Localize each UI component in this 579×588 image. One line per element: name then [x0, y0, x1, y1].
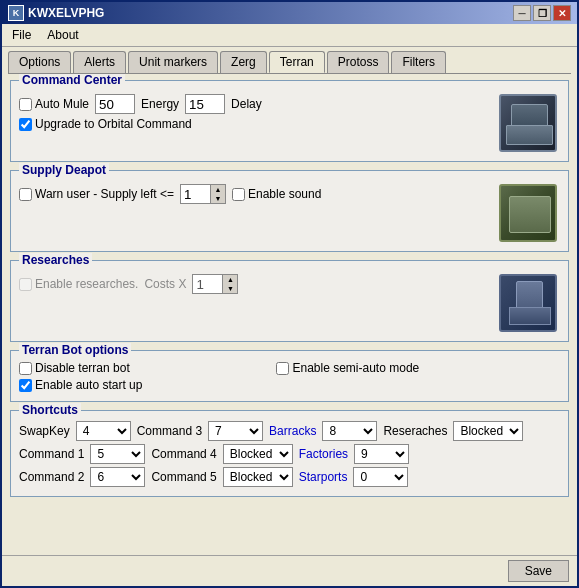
command3-select[interactable]: 7012345689Blocked — [208, 421, 263, 441]
command-center-icon — [499, 94, 557, 152]
researches-row: Enable researches. Costs X ▲ ▼ — [19, 274, 490, 294]
barracks-select[interactable]: 8012345679Blocked — [322, 421, 377, 441]
command-center-body: Auto Mule Energy Delay Upgrade to Orbita… — [19, 91, 560, 155]
menu-about[interactable]: About — [41, 26, 84, 44]
supply-spinner-buttons: ▲ ▼ — [210, 184, 226, 204]
sound-checkbox-label[interactable]: Enable sound — [232, 187, 321, 201]
tab-alerts[interactable]: Alerts — [73, 51, 126, 73]
enable-researches-label[interactable]: Enable researches. — [19, 277, 138, 291]
factories-label: Factories — [299, 447, 348, 461]
factories-select[interactable]: 9012345678Blocked — [354, 444, 409, 464]
main-window: K KWXELVPHG ─ ❐ ✕ File About Options Ale… — [0, 0, 579, 588]
starports-label: Starports — [299, 470, 348, 484]
energy-value-input[interactable] — [95, 94, 135, 114]
costs-value-input[interactable] — [192, 274, 222, 294]
shortcuts-row3: Command 2 6012345789Blocked Command 5 Bl… — [19, 467, 560, 487]
minimize-button[interactable]: ─ — [513, 5, 531, 21]
supply-spinner[interactable]: ▲ ▼ — [180, 184, 226, 204]
researches-body: Enable researches. Costs X ▲ ▼ — [19, 271, 560, 335]
tab-unit-markers[interactable]: Unit markers — [128, 51, 218, 73]
tab-protoss[interactable]: Protoss — [327, 51, 390, 73]
barracks-label: Barracks — [269, 424, 316, 438]
command-center-title: Command Center — [19, 74, 125, 87]
warn-checkbox[interactable] — [19, 188, 32, 201]
section-bot-options: Terran Bot options Disable terran bot En… — [10, 350, 569, 402]
window-title: KWXELVPHG — [28, 6, 104, 20]
section-supply-depot: Supply Deapot Warn user - Supply left <= — [10, 170, 569, 252]
delay-value-input[interactable] — [185, 94, 225, 114]
reseraches-label: Reseraches — [383, 424, 447, 438]
semi-auto-label[interactable]: Enable semi-auto mode — [276, 361, 419, 375]
upgrade-row: Upgrade to Orbital Command — [19, 117, 490, 131]
supply-spinner-up[interactable]: ▲ — [211, 185, 225, 194]
auto-start-label[interactable]: Enable auto start up — [19, 378, 142, 392]
command4-label: Command 4 — [151, 447, 216, 461]
supply-depot-image — [496, 181, 560, 245]
command4-select[interactable]: Blocked0123456789 — [223, 444, 293, 464]
disable-bot-label[interactable]: Disable terran bot — [19, 361, 130, 375]
tab-zerg[interactable]: Zerg — [220, 51, 267, 73]
enable-researches-checkbox[interactable] — [19, 278, 32, 291]
warn-label: Warn user - Supply left <= — [35, 187, 174, 201]
costs-spinner[interactable]: ▲ ▼ — [192, 274, 238, 294]
titlebar-title: K KWXELVPHG — [8, 5, 104, 21]
semi-auto-checkbox[interactable] — [276, 362, 289, 375]
auto-mule-checkbox[interactable] — [19, 98, 32, 111]
reseraches-select[interactable]: Blocked0123456789 — [453, 421, 523, 441]
menu-file[interactable]: File — [6, 26, 37, 44]
supply-depot-fields: Warn user - Supply left <= ▲ ▼ — [19, 181, 490, 245]
supply-depot-content: Warn user - Supply left <= ▲ ▼ — [19, 181, 560, 245]
command-center-image — [496, 91, 560, 155]
titlebar: K KWXELVPHG ─ ❐ ✕ — [2, 2, 577, 24]
upgrade-checkbox-label[interactable]: Upgrade to Orbital Command — [19, 117, 192, 131]
auto-mule-label: Auto Mule — [35, 97, 89, 111]
command-center-fields: Auto Mule Energy Delay Upgrade to Orbita… — [19, 91, 490, 155]
menubar: File About — [2, 24, 577, 47]
supply-value-input[interactable] — [180, 184, 210, 204]
footer: Save — [2, 555, 577, 586]
command5-label: Command 5 — [151, 470, 216, 484]
auto-mule-row: Auto Mule Energy Delay — [19, 94, 490, 114]
supply-depot-title: Supply Deapot — [19, 163, 109, 177]
close-button[interactable]: ✕ — [553, 5, 571, 21]
sound-checkbox[interactable] — [232, 188, 245, 201]
researches-image — [496, 271, 560, 335]
command1-label: Command 1 — [19, 447, 84, 461]
researches-title: Researches — [19, 253, 92, 267]
swapkey-select[interactable]: 4012356789Blocked — [76, 421, 131, 441]
command-center-content: Auto Mule Energy Delay Upgrade to Orbita… — [19, 91, 560, 155]
bot-row1: Disable terran bot Enable semi-auto mode — [19, 361, 560, 375]
section-researches: Researches Enable researches. Costs X — [10, 260, 569, 342]
restore-button[interactable]: ❐ — [533, 5, 551, 21]
auto-mule-checkbox-label[interactable]: Auto Mule — [19, 97, 89, 111]
starports-select[interactable]: 0123456789Blocked — [353, 467, 408, 487]
tab-options[interactable]: Options — [8, 51, 71, 73]
auto-start-checkbox[interactable] — [19, 379, 32, 392]
delay-label: Delay — [231, 97, 262, 111]
supply-spinner-down[interactable]: ▼ — [211, 194, 225, 203]
shortcuts-row1: SwapKey 4012356789Blocked Command 3 7012… — [19, 421, 560, 441]
researches-content: Enable researches. Costs X ▲ ▼ — [19, 271, 560, 335]
costs-spinner-down[interactable]: ▼ — [223, 284, 237, 293]
sound-label: Enable sound — [248, 187, 321, 201]
disable-bot-text: Disable terran bot — [35, 361, 130, 375]
disable-bot-checkbox[interactable] — [19, 362, 32, 375]
warn-checkbox-label[interactable]: Warn user - Supply left <= — [19, 187, 174, 201]
section-shortcuts: Shortcuts SwapKey 4012356789Blocked Comm… — [10, 410, 569, 497]
energy-label: Energy — [141, 97, 179, 111]
supply-depot-icon — [499, 184, 557, 242]
shortcuts-content: SwapKey 4012356789Blocked Command 3 7012… — [19, 421, 560, 487]
save-button[interactable]: Save — [508, 560, 569, 582]
tab-filters[interactable]: Filters — [391, 51, 446, 73]
command2-select[interactable]: 6012345789Blocked — [90, 467, 145, 487]
command5-select[interactable]: Blocked0123456789 — [223, 467, 293, 487]
tab-terran[interactable]: Terran — [269, 51, 325, 73]
costs-spinner-up[interactable]: ▲ — [223, 275, 237, 284]
bot-options-content: Disable terran bot Enable semi-auto mode… — [19, 361, 560, 392]
researches-fields: Enable researches. Costs X ▲ ▼ — [19, 271, 490, 335]
command1-select[interactable]: 5012346789Blocked — [90, 444, 145, 464]
auto-start-text: Enable auto start up — [35, 378, 142, 392]
supply-depot-body: Warn user - Supply left <= ▲ ▼ — [19, 181, 560, 245]
costs-spinner-buttons: ▲ ▼ — [222, 274, 238, 294]
upgrade-checkbox[interactable] — [19, 118, 32, 131]
